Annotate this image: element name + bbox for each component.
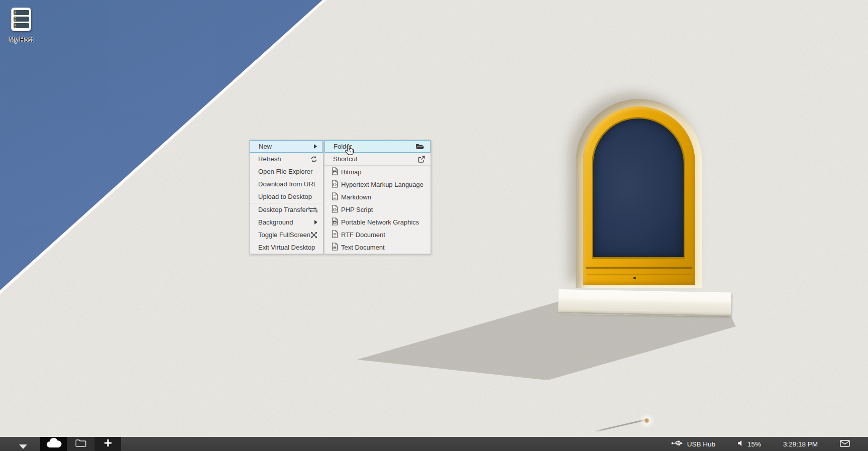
submenu-item-bitmap[interactable]: Bitmap (324, 166, 430, 178)
new-submenu: Folder Shortcut Bitmap Hypertext Markup … (324, 140, 431, 254)
window-ledge (558, 289, 731, 317)
menu-item-exit-virtual-desktop[interactable]: Exit Virtual Desktop (250, 241, 323, 254)
window-sill-groove (586, 267, 692, 269)
virtual-desktop[interactable]: My Host New Refresh Open File Explorer D… (0, 0, 868, 451)
code-file-icon (332, 180, 338, 189)
menu-item-label: Desktop Transfer (258, 206, 308, 213)
menu-item-upload-to-desktop[interactable]: Upload to Desktop (250, 190, 323, 203)
desktop-icon-label: My Host (0, 36, 42, 43)
mail-status[interactable] (840, 440, 850, 448)
plus-icon (104, 439, 112, 449)
menu-item-toggle-fullscreen[interactable]: Toggle FullScreen (250, 229, 323, 241)
menu-item-desktop-transfer[interactable]: Desktop Transfer (250, 203, 323, 216)
menu-item-label: New (259, 143, 272, 150)
menu-item-refresh[interactable]: Refresh (250, 153, 323, 165)
window-sill-dot (633, 277, 636, 279)
speaker-icon (737, 440, 743, 448)
submenu-item-text-document[interactable]: Text Document (324, 241, 430, 254)
submenu-item-markdown[interactable]: Markdown (324, 191, 430, 203)
menu-item-label: Markdown (341, 193, 371, 201)
menu-item-background[interactable]: Background (250, 216, 323, 229)
code-file-icon (332, 205, 338, 214)
menu-item-open-file-explorer[interactable]: Open File Explorer (250, 165, 323, 178)
submenu-arrow-icon (314, 220, 317, 224)
fullscreen-arrows-icon (310, 232, 317, 239)
window-glass (592, 117, 685, 259)
menu-item-label: Hypertext Markup Language (341, 181, 423, 188)
menu-item-new[interactable]: New (250, 140, 323, 153)
taskbar-collapse-button[interactable] (19, 442, 27, 451)
image-file-icon (332, 167, 338, 177)
submenu-item-html[interactable]: Hypertext Markup Language (324, 178, 430, 191)
menu-item-label: Toggle FullScreen (258, 231, 310, 239)
image-file-icon (332, 217, 338, 227)
taskbar-status-area: USB Hub 15% 3:29:18 PM (671, 437, 868, 451)
menu-item-label: Download from URL (258, 180, 317, 188)
volume-level: 15% (747, 440, 761, 448)
volume-status[interactable]: 15% (737, 440, 761, 448)
desktop-icon-my-host[interactable] (11, 8, 31, 31)
taskbar: USB Hub 15% 3:29:18 PM (0, 437, 868, 451)
folder-icon (75, 439, 86, 449)
usb-status[interactable]: USB Hub (671, 440, 715, 448)
submenu-item-png[interactable]: Portable Network Graphics (324, 216, 430, 229)
submenu-item-shortcut[interactable]: Shortcut (324, 153, 430, 165)
context-menu: New Refresh Open File Explorer Download … (249, 140, 323, 254)
refresh-icon (310, 156, 317, 163)
taskbar-add-button[interactable] (94, 437, 121, 451)
chevron-down-icon (19, 442, 27, 450)
menu-item-label: RTF Document (341, 231, 385, 239)
menu-item-label: Exit Virtual Desktop (258, 244, 315, 251)
external-link-icon (418, 156, 425, 163)
taskbar-folder-button[interactable] (67, 437, 94, 451)
submenu-item-php-script[interactable]: PHP Script (324, 203, 430, 216)
text-file-icon (332, 230, 338, 240)
menu-item-label: PHP Script (341, 206, 373, 213)
menu-item-label: Refresh (258, 155, 281, 163)
text-file-icon (332, 243, 338, 252)
usb-label: USB Hub (687, 440, 715, 448)
hand-cursor (345, 144, 355, 158)
taskbar-cloud-button[interactable] (40, 437, 67, 451)
cloud-icon (45, 437, 62, 450)
folder-icon (415, 143, 424, 150)
submenu-item-folder[interactable]: Folder (324, 140, 430, 153)
menu-item-download-from-url[interactable]: Download from URL (250, 178, 323, 190)
usb-icon (671, 440, 683, 448)
submenu-item-rtf-document[interactable]: RTF Document (324, 229, 430, 241)
menu-item-label: Text Document (341, 244, 385, 251)
menu-item-label: Bitmap (341, 168, 361, 176)
menu-item-label: Open File Explorer (258, 168, 312, 175)
envelope-icon (840, 440, 850, 448)
submenu-arrow-icon (314, 144, 317, 149)
clock-time: 3:29:18 PM (783, 440, 818, 448)
text-file-icon (332, 192, 338, 202)
wall-peg (644, 418, 650, 424)
menu-item-label: Background (258, 218, 293, 226)
transfer-arrows-icon (308, 206, 317, 213)
clock[interactable]: 3:29:18 PM (783, 440, 818, 448)
window-sill-groove-2 (587, 274, 691, 275)
menu-item-label: Upload to Desktop (258, 193, 312, 200)
menu-item-label: Portable Network Graphics (341, 218, 419, 226)
